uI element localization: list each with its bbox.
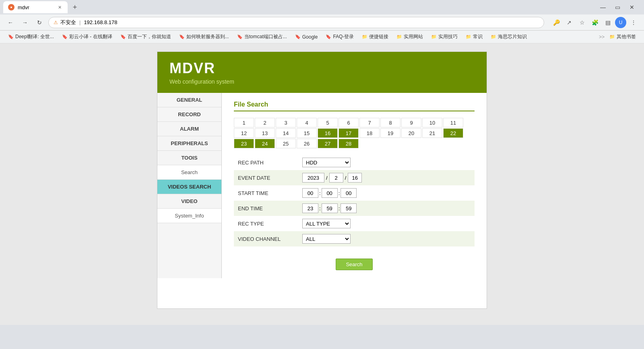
rec-path-label: REC PATH: [234, 155, 298, 170]
end-time-hour[interactable]: [302, 203, 318, 213]
calendar-day-26[interactable]: 26: [297, 139, 317, 148]
bookmark-faq[interactable]: 🔖 FAQ-登录: [322, 33, 357, 41]
calendar-day-empty-29: [380, 139, 400, 148]
calendar-day-11[interactable]: 11: [443, 118, 463, 127]
sidebar-toggle-icon[interactable]: ▤: [602, 17, 613, 28]
main-content-area: File Search 1234567891011121314151617181…: [222, 93, 487, 278]
bookmark-server[interactable]: 🔖 如何映射服务器到...: [176, 33, 232, 41]
video-channel-select[interactable]: ALL CH1 CH2 CH3 CH4: [302, 234, 351, 244]
address-bar: ← → ↻ ⚠ 不安全 | 192.168.8.178 🔑 ↗ ☆ 🧩 ▤ U …: [0, 14, 644, 31]
sidebar-item-peripherals[interactable]: PERIPHERALS: [157, 136, 221, 151]
share-icon[interactable]: ↗: [564, 17, 575, 28]
bookmark-tomcat[interactable]: 🔖 当tomcat端口被占...: [234, 33, 290, 41]
bookmark-others[interactable]: 📁 其他书签: [606, 33, 639, 41]
toolbar-icons: 🔑 ↗ ☆ 🧩 ▤ U ⋮: [551, 17, 639, 28]
calendar-day-28[interactable]: 28: [339, 139, 359, 148]
rec-type-select[interactable]: ALL TYPE NORMAL ALARM MOTION: [302, 219, 351, 228]
event-date-day[interactable]: [348, 173, 362, 183]
calendar-day-21[interactable]: 21: [422, 128, 442, 138]
sidebar-item-search[interactable]: Search: [157, 165, 221, 180]
event-date-month[interactable]: [329, 173, 343, 183]
bookmark-icon-tomcat: 🔖: [237, 34, 243, 39]
event-date-row: EVENT DATE / /: [234, 170, 475, 185]
calendar-day-1[interactable]: 1: [234, 118, 254, 127]
section-title: File Search: [234, 101, 475, 111]
sidebar-item-general[interactable]: GENERAL: [157, 93, 221, 107]
close-window-button[interactable]: ✕: [626, 2, 638, 13]
sidebar-item-system-info[interactable]: System_Info: [157, 209, 221, 223]
calendar-day-18[interactable]: 18: [359, 128, 380, 138]
start-time-second[interactable]: [341, 188, 357, 198]
bookmark-useful-sites[interactable]: 📁 实用网站: [393, 33, 426, 41]
sidebar-item-toois[interactable]: TOOIS: [157, 151, 221, 165]
calendar-day-4[interactable]: 4: [297, 118, 317, 127]
menu-icon[interactable]: ⋮: [628, 17, 639, 28]
rec-path-select[interactable]: HDD SD USB: [302, 158, 351, 167]
video-channel-label: VIDEO CHANNEL: [234, 231, 298, 246]
tab-close-button[interactable]: ✕: [56, 4, 63, 10]
end-time-label: END TIME: [234, 201, 298, 216]
bookmark-caiyun[interactable]: 🔖 彩云小译 - 在线翻译: [59, 33, 116, 41]
calendar-day-8[interactable]: 8: [380, 118, 400, 127]
security-label: 不安全: [60, 19, 76, 26]
search-button-container: Search: [234, 259, 475, 270]
end-time-second[interactable]: [341, 203, 357, 213]
calendar-day-7[interactable]: 7: [359, 118, 380, 127]
new-tab-button[interactable]: +: [69, 2, 80, 13]
calendar-day-10[interactable]: 10: [422, 118, 442, 127]
bookmark-google[interactable]: 🔖 Google: [292, 33, 321, 41]
calendar-day-20[interactable]: 20: [401, 128, 421, 138]
bookmark-hisilicon[interactable]: 📁 海思芯片知识: [487, 33, 530, 41]
calendar-day-9[interactable]: 9: [401, 118, 421, 127]
reload-button[interactable]: ↻: [34, 17, 45, 28]
rec-type-row: REC TYPE ALL TYPE NORMAL ALARM MOTION: [234, 216, 475, 231]
site-subtitle: Web configuration system: [169, 78, 475, 85]
sidebar-item-videos-search[interactable]: VIDEOS SEARCH: [157, 180, 221, 194]
calendar-day-16[interactable]: 16: [318, 128, 338, 138]
back-button[interactable]: ←: [5, 17, 16, 28]
extension-icon[interactable]: 🧩: [589, 17, 601, 28]
sidebar-item-alarm[interactable]: ALARM: [157, 122, 221, 136]
maximize-button[interactable]: ▭: [612, 2, 623, 13]
calendar-day-23[interactable]: 23: [234, 139, 254, 148]
bookmark-deepl[interactable]: 🔖 Deepl翻译: 全世...: [5, 33, 57, 41]
calendar-day-19[interactable]: 19: [380, 128, 400, 138]
start-time-group: : :: [302, 188, 471, 198]
calendar-day-14[interactable]: 14: [276, 128, 296, 138]
bookmark-common[interactable]: 📁 常识: [462, 33, 486, 41]
site-title: MDVR: [169, 60, 475, 77]
sidebar-item-record[interactable]: RECORD: [157, 107, 221, 122]
event-date-year[interactable]: [302, 173, 324, 183]
calendar-day-27[interactable]: 27: [318, 139, 338, 148]
search-button[interactable]: Search: [336, 259, 372, 270]
calendar-day-13[interactable]: 13: [255, 128, 275, 138]
calendar-day-6[interactable]: 6: [339, 118, 359, 127]
calendar-day-17[interactable]: 17: [339, 128, 359, 138]
end-time-minute[interactable]: [322, 203, 338, 213]
forward-button[interactable]: →: [19, 17, 31, 28]
calendar-day-24[interactable]: 24: [255, 139, 275, 148]
calendar-day-12[interactable]: 12: [234, 128, 254, 138]
calendar-day-25[interactable]: 25: [276, 139, 296, 148]
start-time-minute[interactable]: [322, 188, 338, 198]
active-tab[interactable]: ● mdvr ✕: [3, 1, 68, 13]
address-input[interactable]: ⚠ 不安全 | 192.168.8.178: [48, 17, 544, 28]
sidebar-item-video[interactable]: VIDEO: [157, 194, 221, 209]
calendar-day-3[interactable]: 3: [276, 118, 296, 127]
user-avatar[interactable]: U: [615, 17, 626, 28]
minimize-button[interactable]: —: [597, 2, 609, 13]
calendar-day-5[interactable]: 5: [318, 118, 338, 127]
bookmark-links[interactable]: 📁 便捷链接: [359, 33, 392, 41]
start-time-row: START TIME : :: [234, 185, 475, 201]
calendar-day-15[interactable]: 15: [297, 128, 317, 138]
bookmark-baidu[interactable]: 🔖 百度一下，你就知道: [117, 33, 174, 41]
key-icon[interactable]: 🔑: [551, 17, 562, 28]
tab-bar: ● mdvr ✕ + — ▭ ✕: [0, 0, 644, 14]
bookmark-icon[interactable]: ☆: [576, 17, 588, 28]
end-time-group: : :: [302, 203, 471, 213]
calendar-day-22[interactable]: 22: [443, 128, 463, 138]
start-time-hour[interactable]: [302, 188, 318, 198]
bookmark-tips[interactable]: 📁 实用技巧: [428, 33, 461, 41]
calendar-day-2[interactable]: 2: [255, 118, 275, 127]
bookmark-icon-baidu: 🔖: [120, 34, 126, 39]
